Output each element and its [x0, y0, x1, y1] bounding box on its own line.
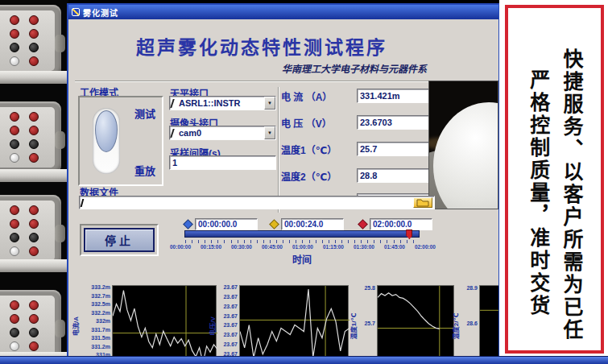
banana-jack-icon — [10, 233, 19, 242]
browse-folder-button[interactable] — [413, 197, 432, 208]
chevron-down-icon[interactable]: ▼ — [264, 97, 275, 110]
cursor-end-value[interactable]: 02:00:00.0 — [370, 218, 432, 230]
time-tick-label: 01:00:00 — [292, 244, 313, 250]
work-mode-box: 测试 重放 — [78, 96, 163, 186]
app-window: 雾化测试 超声雾化动态特性测试程序 华南理工大学电子材料与元器件系 工作模式 测… — [67, 3, 500, 358]
banana-jack-icon — [29, 300, 39, 310]
folder-icon — [416, 198, 429, 207]
time-slider-tickmarks — [185, 240, 420, 243]
y-tick-label: 332.2m — [91, 310, 110, 316]
banana-jack-icon — [10, 219, 19, 229]
measurement-row: 温度2（℃）28.8 — [281, 168, 429, 183]
graph-plot-area[interactable] — [377, 285, 454, 358]
cursor-start-value[interactable]: 00:00:00.0 — [195, 218, 258, 230]
cursor-current-value[interactable]: 00:00:24.0 — [281, 218, 344, 230]
banana-jack-icon — [10, 341, 19, 351]
multimeter-front — [0, 290, 61, 362]
banana-jack-icon — [10, 246, 19, 256]
graph-plot-area[interactable] — [239, 285, 349, 358]
work-mode-toggle[interactable] — [93, 108, 120, 174]
page-subtitle: 华南理工大学电子材料与元器件系 — [213, 61, 427, 75]
text-cursor-icon — [81, 199, 88, 207]
banana-jack-icon — [10, 15, 19, 25]
time-tick-label: 01:15:00 — [323, 244, 344, 250]
cursor-readout-current: 00:00:24.0 — [271, 217, 344, 230]
instrument-knob-icon — [55, 225, 65, 242]
banana-jack-icon — [10, 314, 19, 324]
banana-jack-icon — [10, 112, 19, 122]
chevron-down-icon[interactable]: ▼ — [264, 126, 275, 139]
banana-jack-icon — [10, 43, 19, 52]
y-axis-label: 温度2/℃ — [450, 285, 460, 358]
banana-jack-icon — [29, 341, 39, 351]
y-axis-ticks: 333.2m332.7m332.5m332.2m332m331.7m331.5m… — [80, 285, 112, 358]
window-titlebar[interactable]: 雾化测试 — [68, 5, 498, 19]
balance-port-combo[interactable]: ASRL1::INSTR ▼ — [169, 96, 276, 110]
banana-jack-icon — [10, 56, 19, 66]
banana-jack-icon — [10, 29, 19, 39]
y-tick-label: 333.2m — [91, 284, 110, 290]
y-tick-label: 23.67 — [223, 304, 238, 309]
banana-jack-icon — [29, 153, 39, 163]
y-tick-label: 332m — [96, 318, 110, 324]
y-tick-label: 28.6 — [466, 321, 478, 326]
cursor-marker-icon[interactable] — [358, 219, 368, 230]
y-tick-label: 23.67 — [223, 341, 238, 347]
y-tick-label: 331.5m — [91, 335, 110, 341]
banana-jack-icon — [10, 153, 19, 163]
time-tick-label: 02:00:00 — [415, 244, 436, 250]
y-tick-label: 23.67 — [223, 313, 238, 319]
time-slider-thumb[interactable] — [406, 230, 412, 239]
y-axis-label: 电压/V — [207, 285, 217, 358]
banana-jack-icon — [29, 219, 39, 229]
y-tick-label: 28.9 — [466, 285, 478, 291]
window-icon — [72, 8, 80, 16]
instrument-knob-icon — [55, 35, 65, 52]
camera-view — [428, 81, 498, 209]
data-file-input[interactable] — [79, 196, 435, 209]
cursor-marker-icon[interactable] — [183, 219, 193, 230]
graph-plot-area[interactable] — [479, 285, 498, 358]
graph-plot-area[interactable] — [112, 285, 217, 358]
y-tick-label: 23.67 — [223, 322, 238, 328]
work-mode-option-test: 测试 — [134, 105, 155, 121]
stop-button[interactable]: 停止 — [84, 228, 155, 252]
work-mode-option-replay: 重放 — [134, 163, 155, 178]
camera-port-value: cam0 — [179, 128, 201, 138]
shelf-board — [0, 169, 68, 182]
window-body: 超声雾化动态特性测试程序 华南理工大学电子材料与元器件系 工作模式 测试 重放 … — [68, 19, 498, 358]
measurement-value[interactable]: 331.421m — [357, 89, 429, 103]
banana-jack-icon — [29, 205, 39, 215]
multimeter-front — [0, 195, 61, 267]
shelf-board — [0, 259, 68, 272]
banana-jack-icon — [29, 112, 39, 122]
time-slider-track[interactable] — [184, 230, 420, 238]
banana-jack-icon — [29, 43, 39, 52]
banana-jack-icon — [29, 314, 39, 324]
banner-text: 快捷服务、以客户所需为已任严格控制质量，准时交货 — [522, 48, 589, 364]
camera-port-combo[interactable]: cam0 ▼ — [169, 126, 276, 140]
cursor-marker-icon[interactable] — [269, 219, 279, 230]
banner-line-1: 快捷服务、以客户所需为已任 — [560, 48, 583, 341]
measurement-row: 电 流 （A）331.421m — [281, 89, 429, 103]
y-tick-label: 331.7m — [91, 327, 110, 333]
y-tick-label: 23.67 — [223, 284, 238, 290]
page-title: 超声雾化动态特性测试程序 — [113, 32, 411, 60]
toggle-knob-icon — [95, 110, 118, 152]
measurement-value[interactable]: 28.8 — [357, 168, 429, 183]
sample-interval-input[interactable]: 1 — [169, 155, 276, 170]
visa-io-icon — [170, 99, 179, 108]
measurement-row: 温度1（℃）25.7 — [281, 142, 429, 156]
measurement-value[interactable]: 25.7 — [357, 142, 429, 156]
banana-jack-icon — [10, 205, 19, 215]
multimeter-front — [0, 5, 61, 77]
banana-jack-icon — [10, 328, 19, 337]
y-axis-ticks: 23.6723.6723.6723.6723.6723.6723.6723.67… — [217, 285, 239, 358]
measurement-value[interactable]: 23.6703 — [357, 115, 429, 130]
banana-jack-icon — [10, 126, 19, 135]
bottom-window-edge — [0, 356, 608, 364]
section-divider — [278, 87, 279, 213]
charts-row: 电流/A333.2m332.7m332.5m332.2m332m331.7m33… — [68, 282, 498, 358]
banana-jack-icon — [10, 139, 19, 149]
banana-jack-icon — [29, 233, 39, 242]
